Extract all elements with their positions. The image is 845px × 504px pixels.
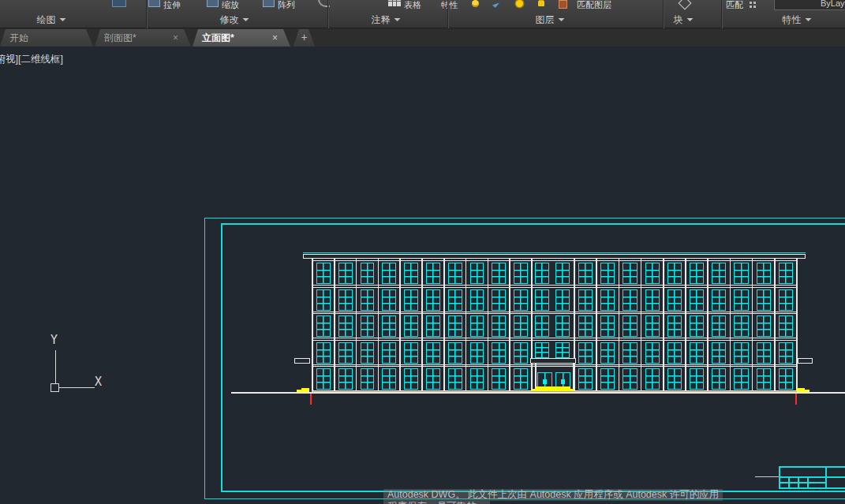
panel-separator [663,0,664,28]
file-tab-label: 立面图* [202,32,234,43]
entrance-step [536,386,570,389]
window [316,342,331,364]
file-tab-label: 开始 [9,32,28,43]
close-icon[interactable]: × [272,29,278,47]
panel-title-注释[interactable]: 注释 [372,13,401,27]
tool-icon[interactable] [207,0,219,7]
window [555,289,570,311]
close-icon[interactable]: × [173,29,178,47]
window [712,263,726,284]
column-line [312,259,313,392]
window [555,263,570,284]
table-icon[interactable] [388,0,401,6]
match-layer-button[interactable]: 匹配图层 [577,0,611,10]
datum-tick [795,392,797,405]
window [757,263,771,284]
end-ramp [301,388,309,390]
window [404,263,418,284]
chevron-down-icon [60,18,66,21]
column-line [685,259,686,392]
window [600,342,615,364]
column-line [334,259,335,392]
window [361,315,375,337]
window [361,342,375,364]
diamond-icon[interactable] [679,0,692,9]
autocad-window: { "ribbon": { "panels": [ {"label": "绘图"… [0,0,845,504]
window [690,315,704,337]
trusted-dwg-watermark-line2: 程序保存，是可靠的。 [383,501,490,504]
chevron-down-icon [559,18,565,21]
panel-separator [447,0,448,28]
sill-line [312,364,797,365]
window [645,289,660,311]
panel-title-修改[interactable]: 修改 [220,13,249,27]
window [578,368,593,390]
window [514,263,528,284]
window [757,289,771,311]
file-tab-立面图[interactable]: 立面图*× [193,29,290,47]
window [734,263,748,284]
titleblock-line [779,466,845,468]
column-line [596,259,597,392]
file-tab-开始[interactable]: 开始 [0,29,93,47]
window [645,368,660,390]
window [555,315,570,337]
column-line [730,259,731,392]
hatch-icon[interactable] [112,0,126,7]
tool-icon[interactable] [148,0,160,7]
titleblock-line [807,476,809,487]
window [734,368,748,390]
new-tab-button[interactable]: + [294,29,315,47]
column-line [399,259,401,392]
lintel-line [312,287,797,288]
tool-icon[interactable] [263,0,275,7]
window [492,263,506,284]
table-button[interactable]: 表格 [404,0,421,10]
window [535,263,549,284]
panel-title-特性[interactable]: 特性 [783,13,812,27]
arrow-icon[interactable] [492,0,499,7]
window [492,315,506,337]
titleblock-line [825,466,827,489]
drawing-canvas[interactable]: [俯视][二维线框] Y X Autodesk DWG。 此文件上次由 Auto… [0,47,845,504]
bulb-icon[interactable] [472,0,479,7]
window [382,368,396,390]
scale-button[interactable]: 缩放 [222,0,239,10]
panel-separator [721,0,722,28]
window [338,342,353,364]
dots-icon[interactable] [750,2,752,4]
window [338,315,353,337]
file-tab-剖面图[interactable]: 剖面图*× [95,29,191,47]
panel-title-图层[interactable]: 图层 [536,13,565,27]
viewport-controls-label[interactable]: [俯视][二维线框] [0,53,63,66]
window [779,342,793,364]
chevron-down-icon [687,18,694,21]
window [578,315,593,337]
datum-tick [310,392,312,405]
window [361,289,375,311]
window [470,263,484,284]
panel-title-块[interactable]: 块 [674,13,694,27]
array-button[interactable]: 阵列 [278,0,295,10]
window [535,315,549,337]
window [514,342,528,364]
window [361,368,375,390]
match-properties-button[interactable]: 匹配 [726,0,743,10]
sun-icon[interactable] [516,0,523,7]
titleblock-line [788,476,790,487]
window [623,289,637,311]
lock-icon[interactable] [538,1,544,6]
ucs-y-axis [55,350,56,383]
column-line [619,259,620,392]
window [712,289,726,311]
stretch-button[interactable]: 拉伸 [163,0,181,10]
chevron-down-icon [243,18,249,21]
layer-properties-button[interactable]: 特性 [441,0,458,10]
window [667,315,682,337]
lintel-line [312,313,797,314]
panel-separator [146,0,147,28]
match-layer-icon[interactable] [559,0,567,9]
color-dropdown[interactable]: ByLayer [774,0,845,10]
panel-title-绘图[interactable]: 绘图 [37,13,66,27]
ground-line [231,392,845,394]
